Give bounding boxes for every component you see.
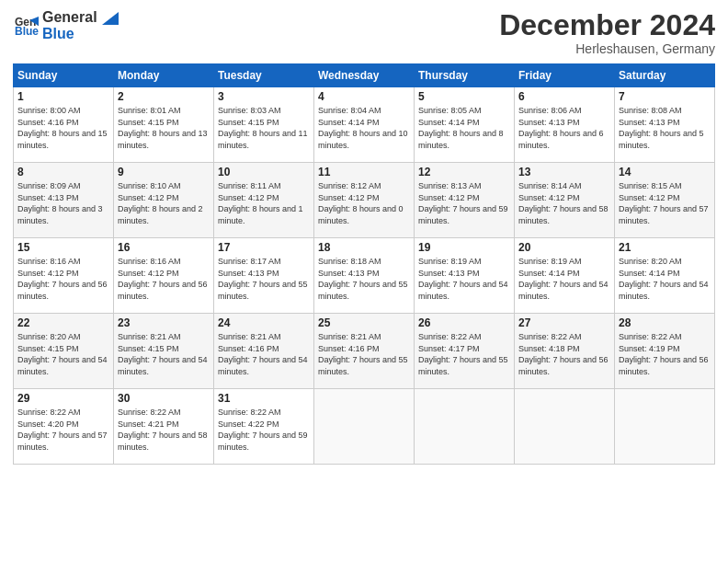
table-row: 4 Sunrise: 8:04 AMSunset: 4:14 PMDayligh… bbox=[314, 87, 415, 163]
svg-text:Blue: Blue bbox=[15, 25, 39, 38]
month-title: December 2024 bbox=[499, 9, 715, 41]
calendar-row: 8 Sunrise: 8:09 AMSunset: 4:13 PMDayligh… bbox=[14, 163, 715, 238]
day-number: 15 bbox=[17, 241, 109, 254]
header-wednesday: Wednesday bbox=[314, 64, 415, 87]
day-number: 29 bbox=[17, 392, 109, 405]
table-row: 12 Sunrise: 8:13 AMSunset: 4:12 PMDaylig… bbox=[415, 163, 515, 238]
cell-content: Sunrise: 8:22 AMSunset: 4:22 PMDaylight:… bbox=[218, 407, 310, 453]
day-number: 26 bbox=[418, 316, 510, 329]
table-row bbox=[515, 389, 615, 465]
day-number: 12 bbox=[418, 166, 510, 178]
table-row: 1 Sunrise: 8:00 AMSunset: 4:16 PMDayligh… bbox=[14, 87, 114, 163]
table-row: 19 Sunrise: 8:19 AMSunset: 4:13 PMDaylig… bbox=[415, 238, 515, 314]
calendar-row: 29 Sunrise: 8:22 AMSunset: 4:20 PMDaylig… bbox=[14, 389, 715, 465]
cell-content: Sunrise: 8:21 AMSunset: 4:15 PMDaylight:… bbox=[118, 331, 210, 377]
table-row: 29 Sunrise: 8:22 AMSunset: 4:20 PMDaylig… bbox=[14, 389, 114, 465]
logo-general: General bbox=[42, 9, 119, 26]
day-number: 16 bbox=[118, 241, 210, 254]
cell-content: Sunrise: 8:04 AMSunset: 4:14 PMDaylight:… bbox=[318, 105, 410, 151]
table-row: 7 Sunrise: 8:08 AMSunset: 4:13 PMDayligh… bbox=[615, 87, 715, 163]
day-number: 30 bbox=[118, 392, 210, 405]
table-row: 13 Sunrise: 8:14 AMSunset: 4:12 PMDaylig… bbox=[515, 163, 615, 238]
calendar-header-row: Sunday Monday Tuesday Wednesday Thursday… bbox=[14, 64, 715, 87]
day-number: 24 bbox=[218, 316, 310, 329]
cell-content: Sunrise: 8:19 AMSunset: 4:14 PMDaylight:… bbox=[518, 256, 610, 302]
table-row: 24 Sunrise: 8:21 AMSunset: 4:16 PMDaylig… bbox=[214, 314, 314, 389]
table-row: 10 Sunrise: 8:11 AMSunset: 4:12 PMDaylig… bbox=[214, 163, 314, 238]
svg-marker-3 bbox=[102, 12, 119, 25]
cell-content: Sunrise: 8:22 AMSunset: 4:18 PMDaylight:… bbox=[518, 331, 610, 377]
table-row: 22 Sunrise: 8:20 AMSunset: 4:15 PMDaylig… bbox=[14, 314, 114, 389]
header: General Blue General Blue December 2024 … bbox=[13, 9, 715, 56]
cell-content: Sunrise: 8:20 AMSunset: 4:14 PMDaylight:… bbox=[619, 256, 711, 302]
table-row: 18 Sunrise: 8:18 AMSunset: 4:13 PMDaylig… bbox=[314, 238, 415, 314]
cell-content: Sunrise: 8:17 AMSunset: 4:13 PMDaylight:… bbox=[218, 256, 310, 302]
day-number: 17 bbox=[218, 241, 310, 254]
day-number: 27 bbox=[518, 316, 610, 329]
day-number: 11 bbox=[318, 166, 410, 178]
cell-content: Sunrise: 8:21 AMSunset: 4:16 PMDaylight:… bbox=[318, 331, 410, 377]
table-row: 8 Sunrise: 8:09 AMSunset: 4:13 PMDayligh… bbox=[14, 163, 114, 238]
cell-content: Sunrise: 8:06 AMSunset: 4:13 PMDaylight:… bbox=[518, 105, 610, 151]
table-row bbox=[314, 389, 415, 465]
table-row: 17 Sunrise: 8:17 AMSunset: 4:13 PMDaylig… bbox=[214, 238, 314, 314]
cell-content: Sunrise: 8:10 AMSunset: 4:12 PMDaylight:… bbox=[118, 180, 210, 226]
table-row: 21 Sunrise: 8:20 AMSunset: 4:14 PMDaylig… bbox=[615, 238, 715, 314]
table-row: 2 Sunrise: 8:01 AMSunset: 4:15 PMDayligh… bbox=[114, 87, 214, 163]
table-row: 23 Sunrise: 8:21 AMSunset: 4:15 PMDaylig… bbox=[114, 314, 214, 389]
day-number: 14 bbox=[619, 166, 711, 178]
cell-content: Sunrise: 8:22 AMSunset: 4:21 PMDaylight:… bbox=[118, 407, 210, 453]
day-number: 20 bbox=[518, 241, 610, 254]
header-friday: Friday bbox=[515, 64, 615, 87]
day-number: 4 bbox=[318, 90, 410, 103]
cell-content: Sunrise: 8:00 AMSunset: 4:16 PMDaylight:… bbox=[17, 105, 109, 151]
day-number: 25 bbox=[318, 316, 410, 329]
table-row: 3 Sunrise: 8:03 AMSunset: 4:15 PMDayligh… bbox=[214, 87, 314, 163]
cell-content: Sunrise: 8:22 AMSunset: 4:17 PMDaylight:… bbox=[418, 331, 510, 377]
day-number: 31 bbox=[218, 392, 310, 405]
calendar-row: 15 Sunrise: 8:16 AMSunset: 4:12 PMDaylig… bbox=[14, 238, 715, 314]
cell-content: Sunrise: 8:11 AMSunset: 4:12 PMDaylight:… bbox=[218, 180, 310, 226]
table-row: 5 Sunrise: 8:05 AMSunset: 4:14 PMDayligh… bbox=[415, 87, 515, 163]
day-number: 9 bbox=[118, 166, 210, 178]
day-number: 19 bbox=[418, 241, 510, 254]
table-row: 14 Sunrise: 8:15 AMSunset: 4:12 PMDaylig… bbox=[615, 163, 715, 238]
table-row: 25 Sunrise: 8:21 AMSunset: 4:16 PMDaylig… bbox=[314, 314, 415, 389]
table-row: 15 Sunrise: 8:16 AMSunset: 4:12 PMDaylig… bbox=[14, 238, 114, 314]
cell-content: Sunrise: 8:01 AMSunset: 4:15 PMDaylight:… bbox=[118, 105, 210, 151]
day-number: 5 bbox=[418, 90, 510, 103]
day-number: 3 bbox=[218, 90, 310, 103]
cell-content: Sunrise: 8:09 AMSunset: 4:13 PMDaylight:… bbox=[17, 180, 109, 226]
day-number: 18 bbox=[318, 241, 410, 254]
header-thursday: Thursday bbox=[415, 64, 515, 87]
table-row: 27 Sunrise: 8:22 AMSunset: 4:18 PMDaylig… bbox=[515, 314, 615, 389]
day-number: 21 bbox=[619, 241, 711, 254]
table-row bbox=[415, 389, 515, 465]
table-row: 16 Sunrise: 8:16 AMSunset: 4:12 PMDaylig… bbox=[114, 238, 214, 314]
table-row: 11 Sunrise: 8:12 AMSunset: 4:12 PMDaylig… bbox=[314, 163, 415, 238]
table-row: 26 Sunrise: 8:22 AMSunset: 4:17 PMDaylig… bbox=[415, 314, 515, 389]
table-row: 28 Sunrise: 8:22 AMSunset: 4:19 PMDaylig… bbox=[615, 314, 715, 389]
logo-text-block: General Blue bbox=[42, 9, 119, 41]
day-number: 2 bbox=[118, 90, 210, 103]
table-row bbox=[615, 389, 715, 465]
cell-content: Sunrise: 8:08 AMSunset: 4:13 PMDaylight:… bbox=[619, 105, 711, 151]
cell-content: Sunrise: 8:13 AMSunset: 4:12 PMDaylight:… bbox=[418, 180, 510, 226]
table-row: 30 Sunrise: 8:22 AMSunset: 4:21 PMDaylig… bbox=[114, 389, 214, 465]
day-number: 22 bbox=[17, 316, 109, 329]
calendar-table: Sunday Monday Tuesday Wednesday Thursday… bbox=[13, 63, 715, 465]
cell-content: Sunrise: 8:16 AMSunset: 4:12 PMDaylight:… bbox=[118, 256, 210, 302]
day-number: 7 bbox=[619, 90, 711, 103]
calendar-row: 22 Sunrise: 8:20 AMSunset: 4:15 PMDaylig… bbox=[14, 314, 715, 389]
day-number: 1 bbox=[17, 90, 109, 103]
location: Herleshausen, Germany bbox=[499, 41, 715, 56]
day-number: 8 bbox=[17, 166, 109, 178]
cell-content: Sunrise: 8:14 AMSunset: 4:12 PMDaylight:… bbox=[518, 180, 610, 226]
cell-content: Sunrise: 8:05 AMSunset: 4:14 PMDaylight:… bbox=[418, 105, 510, 151]
title-block: December 2024 Herleshausen, Germany bbox=[499, 9, 715, 56]
logo-triangle-icon bbox=[102, 12, 119, 25]
table-row: 9 Sunrise: 8:10 AMSunset: 4:12 PMDayligh… bbox=[114, 163, 214, 238]
header-tuesday: Tuesday bbox=[214, 64, 314, 87]
logo: General Blue General Blue bbox=[13, 9, 119, 41]
cell-content: Sunrise: 8:20 AMSunset: 4:15 PMDaylight:… bbox=[17, 331, 109, 377]
